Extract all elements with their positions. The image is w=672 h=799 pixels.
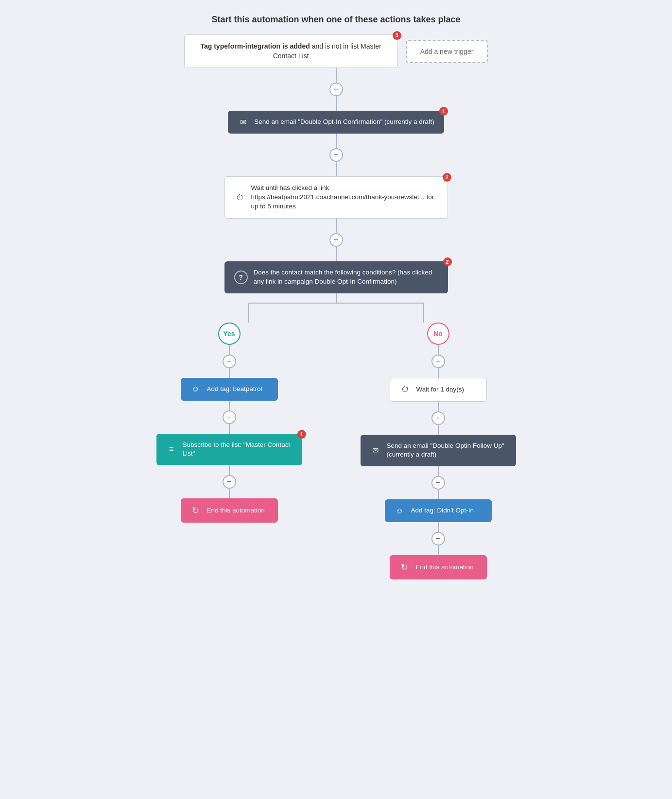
connector-line: [438, 466, 439, 476]
person-icon-2: ☺: [395, 507, 405, 515]
trigger-row: Tag typeform-integration is added and is…: [184, 34, 488, 68]
wait-day-step[interactable]: ⏱ Wait for 1 day(s): [390, 378, 487, 402]
connector-line: [229, 401, 230, 410]
yes-add-step-2[interactable]: +: [223, 410, 236, 424]
wait-click-badge: 2: [443, 173, 451, 182]
add-step-button-1[interactable]: +: [329, 83, 343, 96]
trigger-badge: 3: [393, 31, 401, 40]
envelope-icon: ✉: [238, 118, 248, 127]
add-step-button-3[interactable]: +: [329, 233, 343, 247]
trigger-box[interactable]: Tag typeform-integration is added and is…: [184, 34, 398, 68]
clock-icon: ⏱: [235, 193, 245, 202]
no-label: No: [427, 323, 449, 345]
page-title: Start this automation when one of these …: [211, 15, 460, 25]
question-icon: ?: [234, 271, 248, 284]
condition-badge: 2: [443, 257, 452, 266]
branch-lines-svg: [190, 293, 482, 323]
connector-line: [336, 96, 337, 111]
connector-line: [438, 522, 439, 532]
connector-line: [438, 425, 439, 435]
connector-line: [336, 162, 337, 176]
refresh-icon-yes: ↻: [190, 505, 201, 516]
connector-line: [229, 368, 230, 378]
connector-line: [438, 490, 439, 499]
wait-click-text: Wait until has clicked a link https://be…: [251, 184, 438, 211]
add-tag-optout-text: Add tag: Didn't Opt-In: [411, 506, 474, 515]
person-icon: ☺: [190, 385, 201, 393]
envelope-icon-2: ✉: [370, 446, 381, 455]
automation-canvas: Start this automation when one of these …: [0, 0, 672, 799]
subscribe-badge: 1: [297, 430, 306, 439]
yes-label: Yes: [218, 323, 241, 345]
connector-line: [336, 219, 337, 233]
send-email-step-1[interactable]: ✉ Send an email "Double Opt-In Confirmat…: [228, 111, 444, 134]
yes-add-step-1[interactable]: +: [223, 355, 236, 368]
connector-line: [438, 402, 439, 411]
no-add-step-4[interactable]: +: [431, 532, 445, 545]
trigger-label: Tag typeform-integration is added and is…: [200, 42, 381, 60]
end-automation-yes-text: End this automation: [207, 506, 265, 515]
branch-columns: Yes + ☺ Add tag: beatpatrol + ≡ Subscrib…: [0, 323, 672, 580]
connector-line: [438, 345, 439, 355]
add-step-button-2[interactable]: +: [329, 148, 343, 162]
send-email-followup-step[interactable]: ✉ Send an email "Double Optin Follow Up"…: [361, 435, 516, 467]
yes-add-step-3[interactable]: +: [223, 475, 236, 489]
wait-click-step[interactable]: ⏱ Wait until has clicked a link https://…: [224, 176, 448, 219]
send-email-1-badge: 1: [439, 107, 448, 116]
no-add-step-1[interactable]: +: [431, 355, 445, 368]
send-email-followup-text: Send an email "Double Optin Follow Up" (…: [387, 442, 506, 460]
refresh-icon-no: ↻: [399, 562, 410, 573]
yes-branch: Yes + ☺ Add tag: beatpatrol + ≡ Subscrib…: [156, 323, 302, 523]
condition-step[interactable]: ? Does the contact match the following c…: [224, 261, 448, 293]
end-automation-no-text: End this automation: [416, 563, 474, 572]
no-add-step-2[interactable]: +: [431, 411, 445, 425]
connector-line: [336, 134, 337, 148]
wait-day-text: Wait for 1 day(s): [416, 385, 465, 394]
no-add-step-3[interactable]: +: [431, 476, 445, 490]
connector-line: [336, 247, 337, 261]
connector-line: [336, 68, 337, 83]
connector-line: [229, 424, 230, 434]
connector-line: [229, 465, 230, 475]
subscribe-text: Subscribe to the list: "Master Contact L…: [183, 441, 293, 459]
clock-icon-2: ⏱: [400, 385, 411, 394]
condition-text: Does the contact match the following con…: [254, 268, 438, 287]
connector-line: [229, 345, 230, 355]
connector-line: [438, 545, 439, 555]
add-tag-beatpatrol-step[interactable]: ☺ Add tag: beatpatrol: [181, 378, 278, 401]
no-branch: No + ⏱ Wait for 1 day(s) + ✉ Send an ema…: [361, 323, 516, 580]
send-email-1-text: Send an email "Double Opt-In Confirmatio…: [254, 118, 434, 127]
connector-line: [229, 489, 230, 498]
connector-line: [438, 368, 439, 378]
end-automation-yes[interactable]: ↻ End this automation: [181, 498, 278, 523]
add-tag-beatpatrol-text: Add tag: beatpatrol: [207, 385, 262, 394]
add-trigger-button[interactable]: Add a new trigger: [406, 40, 488, 63]
add-tag-optout-step[interactable]: ☺ Add tag: Didn't Opt-In: [385, 499, 492, 522]
subscribe-step[interactable]: ≡ Subscribe to the list: "Master Contact…: [156, 434, 302, 466]
branch-connector: [190, 293, 482, 323]
end-automation-no[interactable]: ↻ End this automation: [390, 555, 487, 579]
list-icon: ≡: [166, 445, 177, 454]
